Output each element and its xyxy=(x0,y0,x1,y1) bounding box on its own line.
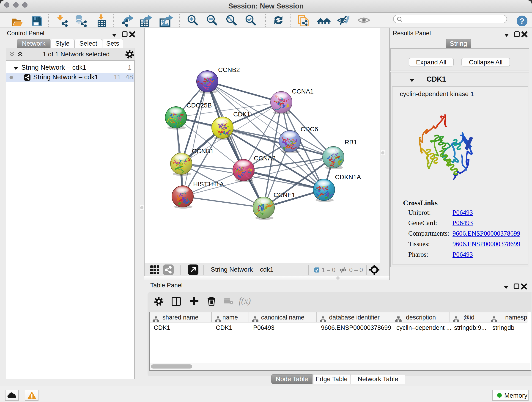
svg-text:CCNE1: CCNE1 xyxy=(273,191,295,198)
svg-text:CDK1: CDK1 xyxy=(233,111,250,118)
svg-text:HIST1H1A: HIST1H1A xyxy=(193,181,224,188)
svg-text:CCNB2: CCNB2 xyxy=(218,66,240,73)
svg-text:CDKN1A: CDKN1A xyxy=(335,173,361,181)
svg-text:CCNB1: CCNB1 xyxy=(192,148,214,155)
svg-text:CDC6: CDC6 xyxy=(301,126,318,133)
svg-text:CCNA1: CCNA1 xyxy=(292,88,314,95)
svg-text:RB1: RB1 xyxy=(345,139,357,146)
svg-text:CCNA2: CCNA2 xyxy=(254,155,276,162)
svg-text:CDC25B: CDC25B xyxy=(186,102,212,109)
